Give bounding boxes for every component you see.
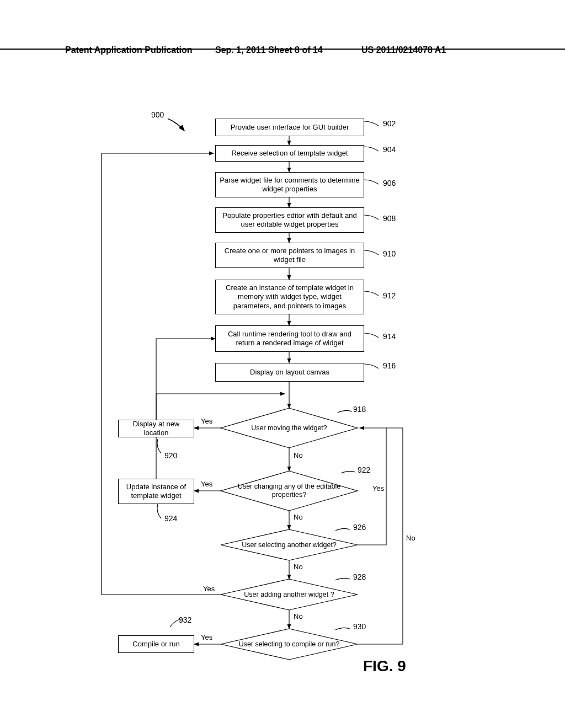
- label-928-yes: Yes: [203, 585, 215, 593]
- diamond-926-text: User selecting another widget?: [221, 529, 358, 560]
- box-920: Display at new location: [118, 420, 194, 437]
- ref-914: 914: [383, 332, 396, 341]
- ref-930: 930: [353, 622, 366, 631]
- label-930-yes: Yes: [201, 633, 212, 641]
- box-924: Update instance of template widget: [118, 479, 194, 504]
- ref-910: 910: [383, 249, 396, 258]
- ref-924: 924: [164, 514, 177, 523]
- label-922-no: No: [294, 513, 303, 521]
- diamond-922-text: User changing any of the editable proper…: [221, 471, 358, 511]
- ref-900: 900: [151, 110, 164, 119]
- ref-908: 908: [383, 214, 396, 223]
- ref-902: 902: [383, 119, 396, 128]
- label-928-no: No: [294, 612, 303, 620]
- box-916: Display on layout canvas: [215, 363, 364, 382]
- ref-926: 926: [353, 523, 366, 532]
- box-910: Create one or more pointers to images in…: [215, 243, 364, 268]
- ref-916: 916: [383, 361, 396, 370]
- diamond-918: User moving the widget?: [221, 408, 358, 448]
- label-930-no: No: [406, 534, 415, 542]
- label-918-no: No: [294, 451, 303, 459]
- label-926-no: No: [294, 563, 303, 571]
- figure-label: FIG. 9: [363, 657, 406, 675]
- ref-906: 906: [383, 179, 396, 188]
- ref-932: 932: [179, 615, 191, 624]
- diamond-922: User changing any of the editable proper…: [221, 471, 358, 511]
- box-914: Call runtime rendering tool to draw and …: [215, 325, 364, 352]
- ref-912: 912: [383, 291, 396, 300]
- box-902: Provide user interface for GUI builder: [215, 119, 364, 136]
- box-932: Compile or run: [118, 635, 194, 653]
- box-904: Receive selection of template widget: [215, 145, 364, 162]
- diamond-928-text: User adding another widget ?: [221, 579, 358, 610]
- ref-904: 904: [383, 145, 396, 154]
- label-922-yes: Yes: [201, 480, 212, 488]
- diamond-928: User adding another widget ?: [221, 579, 358, 610]
- diamond-930: User selecting to compile or run?: [221, 629, 358, 660]
- box-908: Populate properties editor with default …: [215, 207, 364, 233]
- box-906: Parse widget file for comments to determ…: [215, 172, 364, 197]
- diamond-918-text: User moving the widget?: [221, 408, 358, 448]
- ref-920: 920: [164, 451, 177, 460]
- box-912: Create an instance of template widget in…: [215, 280, 364, 314]
- label-918-yes: Yes: [201, 417, 212, 425]
- diamond-930-text: User selecting to compile or run?: [221, 629, 358, 660]
- ref-922: 922: [358, 465, 370, 474]
- ref-928: 928: [353, 572, 366, 581]
- label-926-yes: Yes: [372, 484, 384, 493]
- ref-918: 918: [353, 405, 366, 414]
- diamond-926: User selecting another widget?: [221, 529, 358, 560]
